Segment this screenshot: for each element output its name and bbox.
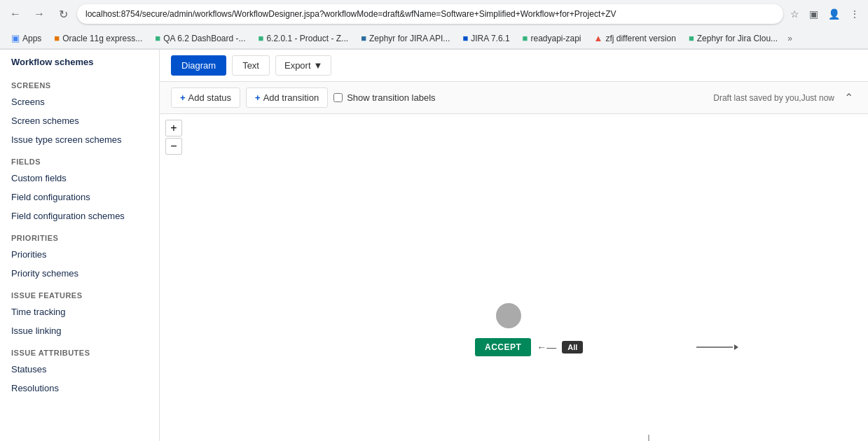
- sidebar-item-priorities[interactable]: Priorities: [0, 245, 159, 264]
- tab-text[interactable]: Text: [232, 55, 270, 76]
- sidebar-item-issue-linking[interactable]: Issue linking: [0, 321, 159, 340]
- bookmark-apps[interactable]: ▣ Apps: [6, 31, 47, 46]
- chevron-down-icon: ▼: [314, 60, 323, 71]
- browser-chrome: ← → ↻ ☆ ▣ 👤 ⋮ ▣ Apps ■ Oracle 11g expres…: [0, 0, 868, 50]
- sidebar-item-priority-schemes[interactable]: Priority schemes: [0, 264, 159, 283]
- sidebar-item-time-tracking[interactable]: Time tracking: [0, 302, 159, 321]
- sidebar-item-screen-schemes[interactable]: Screen schemes: [0, 111, 159, 130]
- add-status-button[interactable]: + Add status: [171, 88, 240, 108]
- bookmark-zephyr-cloud[interactable]: ■ Zephyr for Jira Clou...: [683, 31, 783, 46]
- section-priorities-title: PRIORITIES: [0, 225, 159, 245]
- sidebar-item-field-configurations[interactable]: Field configurations: [0, 188, 159, 206]
- accept-node-row: ACCEPT ←— All: [475, 338, 583, 356]
- sidebar-item-resolutions[interactable]: Resolutions: [0, 379, 159, 398]
- section-screens-title: SCREENS: [0, 73, 159, 92]
- menu-icon[interactable]: ⋮: [847, 6, 862, 22]
- all-badge-accept[interactable]: All: [562, 341, 583, 354]
- sidebar-item-field-config-schemes[interactable]: Field configuration schemes: [0, 206, 159, 225]
- zoom-out-button[interactable]: −: [165, 138, 182, 155]
- start-node: [496, 303, 521, 328]
- arrow-left-accept: ←—: [537, 342, 556, 353]
- main-content: Diagram Text Export ▼ + Add status + Add…: [160, 50, 868, 441]
- show-labels-checkbox-label[interactable]: Show transition labels: [333, 92, 435, 103]
- sidebar-item-statuses[interactable]: Statuses: [0, 360, 159, 379]
- extension-icon[interactable]: ▣: [806, 6, 821, 22]
- more-bookmarks[interactable]: »: [787, 34, 792, 43]
- plus-icon-transition: +: [255, 92, 261, 103]
- bookmark-star-icon[interactable]: ☆: [787, 6, 802, 22]
- back-button[interactable]: ←: [6, 4, 25, 24]
- bookmark-zephyr-api[interactable]: ■ Zephyr for JIRA API...: [355, 31, 455, 46]
- show-labels-checkbox[interactable]: [333, 93, 343, 102]
- bookmark-oracle[interactable]: ■ Oracle 11g express...: [48, 31, 148, 46]
- bookmark-product[interactable]: ■ 6.2.0.1 - Product - Z...: [253, 31, 354, 46]
- sidebar-item-screens[interactable]: Screens: [0, 92, 159, 111]
- forward-button[interactable]: →: [29, 4, 49, 24]
- bookmark-qa[interactable]: ■ QA 6.2 DashBoard -...: [149, 31, 251, 46]
- sidebar-item-custom-fields[interactable]: Custom fields: [0, 169, 159, 188]
- workflow-toolbar: Diagram Text Export ▼: [160, 50, 868, 82]
- app-layout: Workflow schemes SCREENS Screens Screen …: [0, 50, 868, 441]
- section-issue-attributes-title: ISSUE ATTRIBUTES: [0, 340, 159, 360]
- diagram-area[interactable]: + −: [160, 114, 868, 441]
- section-fields-title: FIELDS: [0, 149, 159, 169]
- status-node-accept[interactable]: ACCEPT: [475, 338, 531, 356]
- diagram-svg: [160, 114, 868, 441]
- section-issue-features-title: ISSUE FEATURES: [0, 283, 159, 302]
- zoom-controls: + −: [165, 120, 182, 155]
- address-bar[interactable]: [77, 4, 783, 24]
- svg-marker-10: [734, 344, 738, 350]
- plus-icon: +: [180, 92, 186, 103]
- sidebar: Workflow schemes SCREENS Screens Screen …: [0, 50, 160, 441]
- draft-saved-status: Draft last saved by you,Just now: [713, 93, 834, 103]
- sidebar-header: Workflow schemes: [0, 50, 159, 73]
- add-transition-button[interactable]: + Add transition: [246, 88, 328, 108]
- bookmark-readyapi[interactable]: ■ readyapi-zapi: [517, 31, 587, 46]
- export-button[interactable]: Export ▼: [275, 55, 331, 76]
- sidebar-item-issue-type-screen-schemes[interactable]: Issue type screen schemes: [0, 130, 159, 149]
- zoom-in-button[interactable]: +: [165, 120, 182, 136]
- reload-button[interactable]: ↻: [53, 4, 73, 24]
- collapse-button[interactable]: ⌃: [840, 90, 857, 106]
- profile-icon[interactable]: 👤: [825, 6, 843, 22]
- bookmarks-bar: ▣ Apps ■ Oracle 11g express... ■ QA 6.2 …: [0, 28, 868, 49]
- tab-diagram[interactable]: Diagram: [171, 55, 226, 76]
- bookmark-jira[interactable]: ■ JIRA 7.6.1: [457, 31, 515, 46]
- browser-nav: ← → ↻ ☆ ▣ 👤 ⋮: [0, 0, 868, 28]
- action-bar: + Add status + Add transition Show trans…: [160, 82, 868, 114]
- bookmark-zfj[interactable]: ▲ zfj different version: [588, 31, 682, 46]
